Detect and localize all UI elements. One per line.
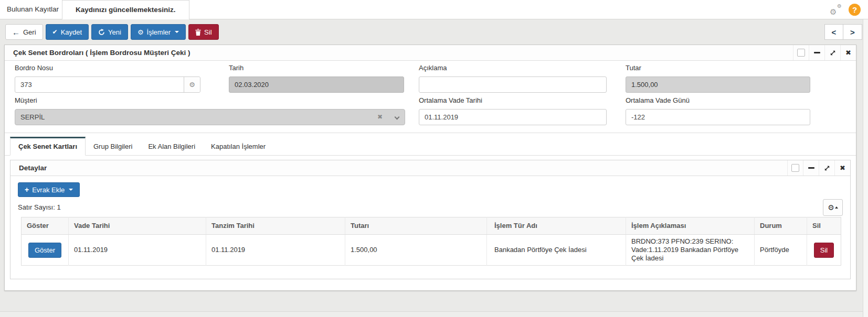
detaylar-header: Detaylar ✖ (10, 160, 850, 176)
detaylar-select-checkbox[interactable] (787, 160, 803, 176)
top-header: Bulunan Kayıtlar Kaydınızı güncellemekte… (0, 0, 868, 19)
table-settings-button[interactable]: ⚙ (823, 199, 843, 216)
bordro-form: Bordro Nosu ⚙ Tarih Açıklama Tutar Müşte… (5, 61, 856, 133)
bordro-nosu-input[interactable] (15, 76, 200, 93)
refresh-icon (98, 29, 105, 36)
tab-kapatilan-islemler[interactable]: Kapatılan İşlemler (203, 137, 273, 155)
minus-icon (808, 167, 814, 169)
chevron-left-icon: < (832, 28, 837, 37)
checkbox-icon (791, 164, 799, 172)
chevron-right-icon: > (850, 28, 855, 37)
settings-gears-icon[interactable]: ⚙⚙ (830, 4, 842, 16)
header-icons: ⚙⚙ ? (830, 0, 861, 19)
tarih-label: Tarih (229, 64, 404, 72)
footer-strip (0, 311, 868, 317)
cell-vade-tarihi: 01.11.2019 (69, 235, 206, 266)
caret-up-icon (835, 206, 838, 209)
actions-label: İşlemler (147, 28, 171, 36)
toolbar-buttons: ← Geri ✔ Kaydet Yeni ⚙ İşlemler Sil (5, 24, 219, 40)
aciklama-input[interactable] (419, 76, 607, 93)
bordro-nosu-label: Bordro Nosu (15, 64, 200, 72)
caret-down-icon (175, 31, 179, 33)
save-label: Kaydet (61, 28, 82, 36)
panel-expand-button[interactable] (824, 45, 840, 60)
details-table-wrap: Göster Vade Tarihi Tanzim Tarihi Tutarı … (21, 217, 840, 266)
cell-islem-aciklamasi: BRDNO:373 PFNO:239 SERINO: Vade:1.11.201… (626, 235, 755, 266)
tutar-input (626, 76, 810, 93)
record-pager: < > (824, 24, 862, 40)
ortalama-vade-tarihi-input[interactable] (419, 109, 607, 125)
delete-row-button[interactable]: Sil (814, 243, 834, 258)
detail-tabs: Çek Senet Kartları Grup Bilgileri Ek Ala… (5, 133, 856, 156)
caret-down-icon (69, 189, 73, 191)
new-label: Yeni (108, 28, 121, 36)
back-button[interactable]: ← Geri (5, 24, 43, 40)
detaylar-controls: ✖ (787, 160, 850, 176)
next-record-button[interactable]: > (843, 24, 862, 40)
checkbox-icon (797, 49, 805, 57)
detaylar-panel: Detaylar ✖ + Evrak Ekle Satır Sayısı: 1 … (10, 160, 851, 279)
bordro-panel-header: Çek Senet Bordroları ( İşlem Bordrosu Mü… (5, 45, 856, 61)
col-durum: Durum (755, 217, 807, 235)
back-label: Geri (23, 28, 36, 36)
col-vade-tarihi: Vade Tarihi (69, 217, 206, 235)
prev-record-button[interactable]: < (824, 24, 843, 40)
details-table: Göster Vade Tarihi Tanzim Tarihi Tutarı … (21, 217, 841, 266)
detaylar-close-button[interactable]: ✖ (834, 160, 850, 176)
row-count-label: Satır Sayısı: 1 (18, 203, 61, 211)
main-panel: Çek Senet Bordroları ( İşlem Bordrosu Mü… (4, 45, 856, 291)
expand-icon (824, 165, 830, 171)
col-tanzim-tarihi: Tanzim Tarihi (206, 217, 345, 235)
ortalama-vade-tarihi-label: Ortalama Vade Tarihi (419, 96, 607, 105)
detaylar-body: + Evrak Ekle Satır Sayısı: 1 ⚙ Göste (10, 176, 850, 279)
new-button[interactable]: Yeni (91, 24, 128, 40)
chevron-down-icon[interactable] (395, 115, 400, 120)
cell-tutari: 1.500,00 (345, 235, 487, 266)
trash-icon (195, 29, 201, 36)
add-document-button[interactable]: + Evrak Ekle (18, 182, 80, 197)
back-arrow-icon: ← (12, 28, 20, 36)
musteri-label: Müşteri (15, 96, 405, 105)
save-button[interactable]: ✔ Kaydet (46, 24, 89, 40)
aciklama-label: Açıklama (419, 64, 607, 72)
ortalama-vade-gunu-input[interactable] (626, 109, 810, 125)
actions-button[interactable]: ⚙ İşlemler (131, 24, 186, 40)
bordro-nosu-gear-addon[interactable]: ⚙ (184, 77, 200, 92)
show-row-button[interactable]: Göster (28, 243, 61, 258)
close-icon: ✖ (845, 49, 851, 56)
expand-icon (830, 50, 836, 56)
vertical-scrollbar[interactable] (863, 19, 868, 317)
musteri-select: SERPİL ✖ (15, 109, 405, 125)
tab-grup-bilgileri[interactable]: Grup Bilgileri (86, 137, 140, 155)
ortalama-vade-gunu-label: Ortalama Vade Günü (626, 96, 810, 105)
minus-icon (814, 52, 820, 53)
musteri-value: SERPİL (20, 113, 45, 121)
tutar-label: Tutar (626, 64, 810, 72)
panel-collapse-button[interactable] (809, 45, 824, 60)
tab-ek-alan-bilgileri[interactable]: Ek Alan Bilgileri (140, 137, 203, 155)
gear-icon: ⚙ (189, 81, 195, 89)
gear-icon: ⚙ (828, 204, 834, 211)
detaylar-collapse-button[interactable] (803, 160, 819, 176)
col-islem-tur-adi: İşlem Tür Adı (487, 217, 626, 235)
panel-controls: ✖ (793, 45, 856, 60)
help-button[interactable]: ? (849, 4, 861, 16)
panel-close-button[interactable]: ✖ (840, 45, 856, 60)
cell-islem-tur-adi: Bankadan Pörtföye Çek İadesi (487, 235, 626, 266)
delete-label: Sil (204, 28, 211, 36)
col-islem-aciklamasi: İşlem Açıklaması (626, 217, 755, 235)
add-document-label: Evrak Ekle (32, 186, 65, 194)
check-icon: ✔ (52, 29, 58, 35)
gear-icon: ⚙ (137, 29, 144, 36)
clear-selection-icon[interactable]: ✖ (377, 110, 383, 125)
col-goster: Göster (22, 217, 69, 235)
col-tutari: Tutarı (345, 217, 487, 235)
panel-select-checkbox[interactable] (793, 45, 809, 60)
delete-button[interactable]: Sil (188, 24, 218, 40)
tab-bulunan-kayitlar[interactable]: Bulunan Kayıtlar (7, 0, 59, 19)
cell-durum: Pörtföyde (755, 235, 807, 266)
panel-title: Çek Senet Bordroları ( İşlem Bordrosu Mü… (13, 45, 190, 61)
detaylar-expand-button[interactable] (819, 160, 834, 176)
tab-cek-senet-kartlari[interactable]: Çek Senet Kartları (10, 137, 86, 156)
tab-kayit-guncelleme[interactable]: Kaydınızı güncellemektesiniz. (62, 0, 189, 19)
